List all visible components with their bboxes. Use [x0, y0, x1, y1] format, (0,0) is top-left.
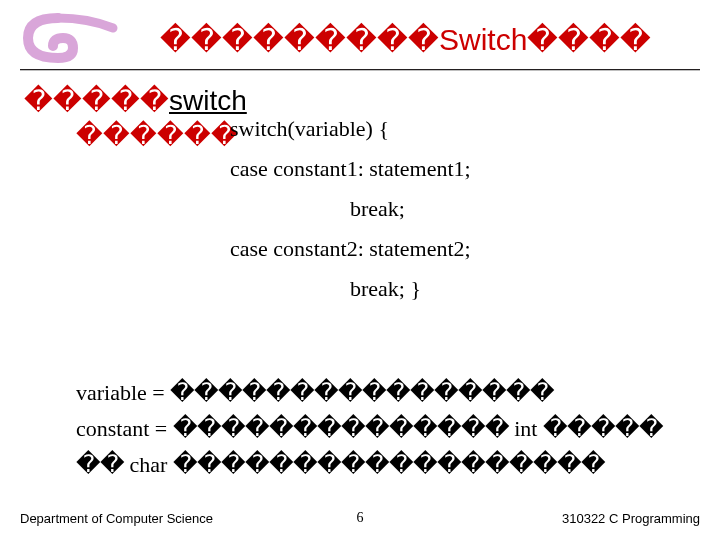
code-block: switch(variable) { case constant1: state… — [230, 118, 471, 318]
sub2-boxes: ������ — [76, 120, 238, 150]
title-boxes-left: ��������� — [160, 23, 439, 56]
variable-label: variable = — [76, 380, 170, 405]
constant-boxes: �������������� — [173, 414, 509, 441]
tail-boxes: �� — [76, 450, 124, 477]
variable-boxes: ���������������� — [170, 378, 554, 405]
sub1-boxes: ����� — [24, 85, 169, 116]
constant-note: constant = �������������� int ����� — [76, 414, 712, 442]
title-underline — [20, 69, 700, 70]
title-boxes-right: ���� — [527, 23, 651, 56]
variable-note: variable = ���������������� — [76, 378, 712, 406]
tail-boxes-2: ������������������ — [173, 450, 605, 477]
code-line-1: switch(variable) { — [230, 118, 471, 140]
decorative-swirl-icon — [18, 8, 128, 68]
char-note: �� char ������������������ — [76, 450, 712, 478]
sub1-switch-word: switch — [169, 85, 247, 116]
char-word: char — [124, 452, 173, 477]
footer-course: 310322 C Programming — [562, 511, 700, 526]
notes-block: variable = ���������������� constant = �… — [76, 378, 712, 486]
constant-boxes-2: ����� — [543, 414, 663, 441]
code-line-5: break; } — [230, 278, 471, 300]
title-switch-word: Switch — [439, 23, 527, 56]
slide-title: ���������Switch���� — [160, 22, 700, 57]
subheading-2: ������ — [76, 120, 238, 151]
int-word: int — [509, 416, 543, 441]
subheading-1: �����switch — [24, 84, 247, 117]
code-line-3: break; — [230, 198, 471, 220]
constant-label: constant = — [76, 416, 173, 441]
code-line-4: case constant2: statement2; — [230, 238, 471, 260]
code-line-2: case constant1: statement1; — [230, 158, 471, 180]
